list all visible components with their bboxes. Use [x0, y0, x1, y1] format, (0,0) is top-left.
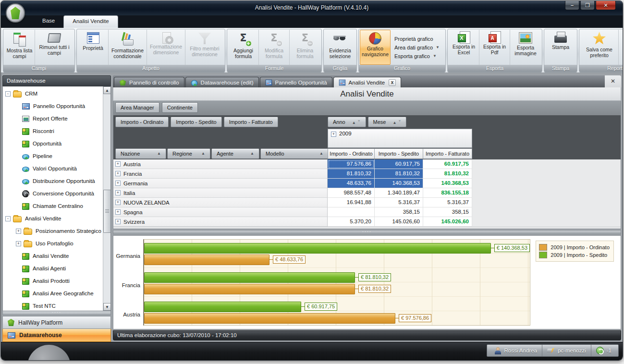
tree-item-analisi-agenti[interactable]: Analisi Agenti	[14, 262, 102, 275]
value-cell[interactable]: 5.370,20	[328, 217, 375, 227]
status-refresh[interactable]: -1	[591, 345, 616, 356]
evidenzia-selezione-button[interactable]: Evidenzia selezione	[325, 30, 355, 65]
value-cell[interactable]: 5.316,37	[423, 198, 472, 207]
filter-field-area-manager[interactable]: Area Manager	[115, 102, 159, 113]
scroll-down-icon[interactable]: ▼	[103, 303, 111, 311]
restore-button[interactable]: ❐	[580, 1, 595, 10]
expand-icon[interactable]: +	[115, 190, 121, 195]
area-dati-grafico-menu-item[interactable]: Area dati grafico▼	[392, 43, 441, 52]
value-cell[interactable]: 140.368,53	[375, 179, 423, 188]
column-group-2009[interactable]: + 2009	[328, 129, 472, 148]
scrollbar-thumb[interactable]	[103, 190, 111, 233]
ribbon-tab-base[interactable]: Base	[34, 15, 63, 28]
ribbon-tab-analisi-vendite[interactable]: Analisi Vendite	[63, 15, 118, 28]
row-field-modello[interactable]: Modello▲	[260, 148, 329, 159]
sidebar-nav-datawarehouse[interactable]: Datawarehouse	[2, 329, 111, 342]
tree-item-uso-portafoglio[interactable]: +Uso Portafoglio	[14, 237, 102, 250]
doc-tab-analisi-vendite[interactable]: Analisi Venditex	[333, 77, 401, 87]
value-cell[interactable]: 358,15	[423, 207, 472, 217]
bar-austria-ordinato[interactable]	[144, 313, 395, 324]
esporta-in-excel-button[interactable]: Esporta in Excel	[449, 30, 479, 65]
esporta-grafico-menu-item[interactable]: Esporta grafico▼	[392, 52, 441, 61]
expand-icon[interactable]: +	[115, 209, 121, 215]
value-cell[interactable]: 988.557,48	[328, 188, 375, 198]
tree-item-distribuzione-opportunità[interactable]: Distribuzione Opportunità	[14, 175, 102, 187]
tree-item-analisi-prodotti[interactable]: Analisi Prodotti	[14, 275, 102, 287]
bar-francia-ordinato[interactable]	[144, 284, 355, 294]
data-field-importo-fatturato[interactable]: Importo - Fatturato	[224, 117, 278, 127]
value-cell[interactable]: 81.810,32	[328, 169, 375, 179]
grafico-navigazione-button[interactable]: Grafico navigazione	[360, 30, 391, 65]
expand-icon[interactable]: +	[115, 171, 121, 176]
tree-item-analisi-aree-geografiche[interactable]: Analisi Aree Geografiche	[14, 287, 102, 300]
doc-tab-datawarehouse-edit-[interactable]: Datawarehouse (edit)	[185, 77, 259, 87]
rimuovi-tutti-i-campi-button[interactable]: Rimuovi tutti i campi	[35, 30, 73, 65]
chiudi-button[interactable]: Chiudi	[619, 30, 623, 65]
value-cell[interactable]: 60.917,75	[423, 159, 472, 169]
proprietà-button[interactable]: Proprietà	[78, 30, 109, 65]
stampa-button[interactable]: Stampa	[545, 30, 576, 65]
value-cell[interactable]: 145.026,60	[423, 217, 472, 227]
value-cell[interactable]: 48.633,76	[328, 179, 375, 188]
status-user[interactable]: Rossi Andrea	[489, 345, 542, 356]
column-field-anno[interactable]: Anno▲▼	[328, 117, 366, 127]
expand-icon[interactable]: +	[331, 132, 336, 137]
tabstrip-close-icon[interactable]: ✕	[605, 75, 621, 87]
collapse-icon[interactable]: -	[5, 91, 11, 97]
expand-icon[interactable]: +	[16, 241, 21, 246]
tree-item-test-ntc[interactable]: Test NTC	[14, 300, 102, 311]
tree-item-posizionamento-strategico[interactable]: +Posizionamento Strategico	[14, 225, 102, 237]
value-cell[interactable]: 16.941,88	[328, 198, 375, 207]
proprietà-grafico-menu-item[interactable]: Proprietà grafico	[392, 35, 441, 43]
value-cell[interactable]: 5.316,37	[375, 198, 423, 207]
esporta-immagine-button[interactable]: Esporta immagine	[510, 30, 541, 65]
value-cell[interactable]: 81.810,32	[375, 169, 423, 179]
value-cell[interactable]: 60.917,75	[375, 159, 423, 169]
column-field-mese[interactable]: Mese▲▼	[368, 117, 407, 127]
mostra-lista-campi-button[interactable]: Mostra lista campi	[4, 30, 35, 65]
bar-germania-ordinato[interactable]	[144, 255, 269, 265]
grid-chart-splitter[interactable]: ····	[113, 230, 621, 234]
value-cell[interactable]: 81.810,32	[423, 169, 472, 179]
aggiungi-formula-button[interactable]: Σ+Aggiungi formula	[228, 30, 259, 65]
tree-item-crm[interactable]: -CRM	[4, 87, 102, 100]
row-field-agente[interactable]: Agente▲	[211, 148, 259, 159]
bar-germania-spedito[interactable]	[144, 243, 491, 254]
tree-item-report-offerte[interactable]: Report Offerte	[14, 112, 102, 125]
minimize-button[interactable]: –	[565, 1, 579, 10]
doc-tab-pannello-di-controllo[interactable]: Pannello di controllo	[114, 77, 184, 87]
tree-item-pannello-opportunità[interactable]: Pannello Opportunità	[14, 100, 102, 112]
doc-tab-pannello-opportunità[interactable]: Pannello Opportunità	[260, 77, 332, 87]
row-field-nazione[interactable]: Nazione▲	[115, 148, 166, 159]
formattazione-condizionale-button[interactable]: Formattazione condizionale	[109, 30, 147, 65]
status-machine[interactable]: pc-menozzi	[542, 345, 591, 356]
tree-item-opportunità[interactable]: Opportunità	[14, 137, 102, 150]
value-cell[interactable]: 836.155,18	[423, 188, 472, 198]
sidebar-nav-hallway-platform[interactable]: HallWay Platform	[2, 316, 111, 329]
data-field-importo-ordinato[interactable]: Importo - Ordinato	[115, 117, 169, 127]
esporta-in-pdf-button[interactable]: Esporta in Pdf	[479, 30, 510, 65]
expand-icon[interactable]: +	[16, 229, 21, 234]
value-cell[interactable]: 140.368,53	[423, 179, 472, 188]
value-cell[interactable]	[328, 207, 375, 217]
collapse-icon[interactable]: -	[5, 216, 11, 221]
tree-item-riscontri[interactable]: Riscontri	[14, 125, 102, 137]
row-field-regione[interactable]: Regione▲	[167, 148, 210, 159]
expand-icon[interactable]: +	[115, 181, 121, 186]
expand-icon[interactable]: +	[115, 200, 121, 205]
expand-icon[interactable]: +	[115, 161, 121, 167]
tree-item-conversione-opportunità[interactable]: Conversione Opportunità	[14, 187, 102, 200]
scroll-up-icon[interactable]: ▲	[103, 86, 111, 94]
value-cell[interactable]: 1.340.189,47	[375, 188, 423, 198]
salva-come-preferito-button[interactable]: Salva come preferito	[580, 30, 619, 65]
value-cell[interactable]: 358,15	[375, 207, 423, 217]
tree-item-valori-opportunità[interactable]: Valori Opportunità	[14, 162, 102, 175]
value-cell[interactable]: 145.026,60	[375, 217, 423, 227]
tree-item-analisi-vendite[interactable]: -Analisi Vendite	[4, 212, 102, 225]
data-field-importo-spedito[interactable]: Importo - Spedito	[171, 117, 221, 127]
tree-item-chiamate-centralino[interactable]: Chiamate Centralino	[14, 200, 102, 212]
tree-item-pipeline[interactable]: Pipeline	[14, 150, 102, 162]
tree-scrollbar[interactable]: ▲ ▼	[103, 86, 110, 311]
sidebar-splitter[interactable]: ····	[2, 311, 111, 315]
value-cell[interactable]: 97.576,86	[328, 159, 375, 169]
